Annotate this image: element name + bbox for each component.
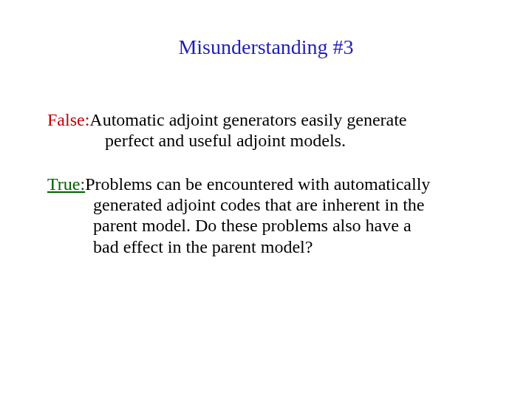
false-label: False:	[47, 109, 89, 130]
true-text-line3: parent model. Do these problems also hav…	[47, 215, 495, 236]
false-text-line2: perfect and useful adjoint models.	[47, 130, 495, 151]
true-block: True: Problems can be encountered with a…	[47, 174, 495, 257]
slide: Misunderstanding #3 False: Automatic adj…	[0, 0, 532, 399]
false-block: False: Automatic adjoint generators easi…	[47, 109, 495, 151]
false-line-1: False: Automatic adjoint generators easi…	[47, 109, 495, 130]
true-text-line2: generated adjoint codes that are inheren…	[47, 194, 495, 215]
true-text-line4: bad effect in the parent model?	[47, 236, 495, 257]
true-line-1: True: Problems can be encountered with a…	[47, 174, 495, 194]
false-text-line1: Automatic adjoint generators easily gene…	[89, 109, 406, 130]
slide-title: Misunderstanding #3	[0, 35, 532, 59]
true-label: True:	[47, 174, 85, 194]
true-text-line1: Problems can be encountered with automat…	[85, 174, 430, 194]
slide-body: False: Automatic adjoint generators easi…	[47, 109, 495, 279]
